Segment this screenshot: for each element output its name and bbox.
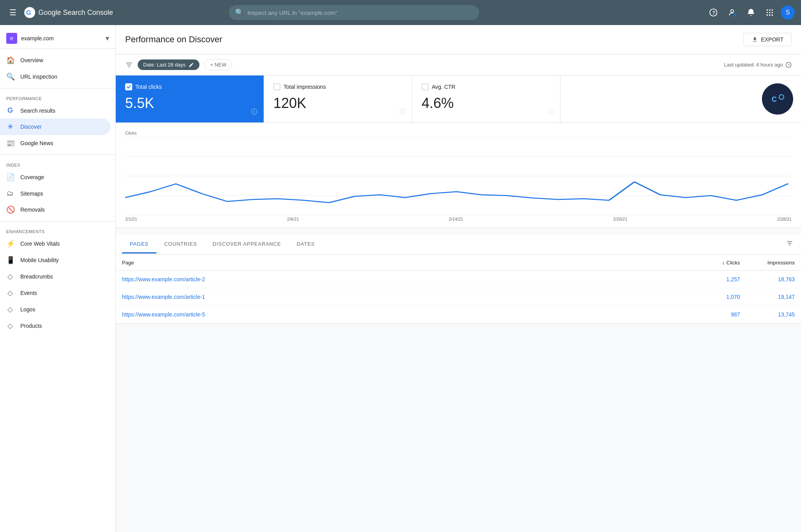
tab-pages[interactable]: PAGES <box>122 235 156 253</box>
search-bar[interactable]: 🔍 <box>229 5 479 20</box>
help-icon: ? <box>709 8 718 17</box>
svg-text:G: G <box>26 9 31 16</box>
new-filter-button[interactable]: + NEW <box>204 59 232 70</box>
sidebar-item-coverage[interactable]: 📄 Coverage <box>0 169 111 185</box>
export-button[interactable]: EXPORT <box>744 33 792 46</box>
metric-ctr-value: 4.6% <box>422 95 551 111</box>
core-web-vitals-icon: ⚡ <box>6 239 14 248</box>
col-header-impressions[interactable]: Impressions <box>740 260 795 266</box>
col-header-clicks[interactable]: ↓ Clicks <box>693 259 740 266</box>
sidebar-item-products-label: Products <box>20 323 42 329</box>
sidebar-item-discover[interactable]: ✳ Discover <box>0 119 111 135</box>
new-filter-label: + NEW <box>210 62 226 68</box>
sidebar-item-events[interactable]: ◇ Events <box>0 285 111 301</box>
search-icon: 🔍 <box>235 8 244 17</box>
hamburger-icon[interactable]: ☰ <box>6 5 20 20</box>
sidebar-item-search-results[interactable]: G Search results <box>0 102 111 119</box>
col-header-page: Page <box>122 260 693 266</box>
metric-avg-ctr[interactable]: Avg. CTR 4.6% ⓘ <box>412 75 560 122</box>
sitemaps-icon: 🗂 <box>6 189 14 198</box>
nav-icons: ? 👤 S <box>706 5 795 20</box>
metric-ctr-info-icon[interactable]: ⓘ <box>548 108 554 116</box>
notifications-button[interactable] <box>743 5 759 20</box>
logos-icon: ◇ <box>6 305 14 314</box>
date-filter-label: Date: Last 28 days <box>143 62 185 68</box>
url-inspect-input[interactable] <box>248 9 473 16</box>
chart-x-label-3: 2/20/21 <box>613 217 627 221</box>
mobile-usability-icon: 📱 <box>6 256 14 264</box>
user-avatar[interactable]: S <box>781 5 795 20</box>
metric-clicks-label: Total clicks <box>135 84 162 90</box>
chart-x-label-0: 2/1/21 <box>125 217 137 221</box>
account-management-button[interactable]: 👤 <box>724 5 740 20</box>
svg-point-8 <box>769 9 770 11</box>
main-layout: e example.com ▾ 🏠 Overview 🔍 URL inspect… <box>0 25 801 532</box>
filter-left: Date: Last 28 days + NEW <box>125 59 232 70</box>
cell-page-2[interactable]: https://www.example.com/article-5 <box>122 311 693 318</box>
sidebar-item-removals-label: Removals <box>20 207 45 213</box>
sidebar-item-products[interactable]: ◇ Products <box>0 318 111 334</box>
metric-impressions-value: 120K <box>273 95 402 111</box>
tabs-area: PAGES COUNTRIES DISCOVER APPEARANCE DATE… <box>116 234 801 324</box>
metric-impressions-checkbox[interactable] <box>273 83 280 90</box>
date-filter-button[interactable]: Date: Last 28 days <box>138 59 199 70</box>
brand-name: Google Search Console <box>38 9 113 17</box>
svg-point-14 <box>769 14 770 16</box>
metric-clicks-checkbox[interactable] <box>125 83 132 90</box>
sidebar-item-logos[interactable]: ◇ Logos <box>0 301 111 318</box>
metric-impressions-info-icon[interactable]: ⓘ <box>399 108 406 116</box>
coverage-icon: 📄 <box>6 173 14 182</box>
chatgpt-app-preview: C <box>762 83 793 115</box>
metric-total-clicks[interactable]: Total clicks 5.5K ⓘ <box>116 75 264 122</box>
export-icon <box>752 36 758 43</box>
nav-divider-1 <box>0 88 115 88</box>
bell-icon <box>747 8 755 17</box>
cell-page-1[interactable]: https://www.example.com/article-1 <box>122 294 693 300</box>
chart-svg: 500 334 166 0 <box>125 137 792 215</box>
sidebar-item-breadcrumbs[interactable]: ◇ Breadcrumbs <box>0 268 111 285</box>
products-icon: ◇ <box>6 322 14 330</box>
svg-point-13 <box>767 14 768 16</box>
discover-icon: ✳ <box>6 122 14 131</box>
metrics-area: Total clicks 5.5K ⓘ Total impressions 12… <box>116 75 801 123</box>
sidebar-item-google-news[interactable]: 📰 Google News <box>0 135 111 151</box>
tab-discover-appearance[interactable]: DISCOVER APPEARANCE <box>205 235 289 253</box>
sidebar-item-removals[interactable]: 🚫 Removals <box>0 201 111 218</box>
metric-total-impressions[interactable]: Total impressions 120K ⓘ <box>264 75 412 122</box>
sidebar-item-url-inspection[interactable]: 🔍 URL inspection <box>0 68 111 85</box>
svg-text:?: ? <box>788 63 790 66</box>
table-row: https://www.example.com/article-5 987 13… <box>116 306 801 324</box>
apps-button[interactable] <box>762 5 778 20</box>
tab-countries[interactable]: COUNTRIES <box>156 235 205 253</box>
export-button-label: EXPORT <box>761 36 783 43</box>
home-icon: 🏠 <box>6 56 14 65</box>
table-header-row: Page ↓ Clicks Impressions <box>116 255 801 271</box>
tabs-header: PAGES COUNTRIES DISCOVER APPEARANCE DATE… <box>116 234 801 255</box>
table-filter-icon[interactable] <box>785 234 795 254</box>
sidebar-item-overview[interactable]: 🏠 Overview <box>0 52 111 68</box>
last-updated-info-icon[interactable]: ? <box>785 62 792 68</box>
chart-area: Clicks 500 334 166 0 <box>116 123 801 228</box>
property-dropdown-arrow-icon: ▾ <box>106 34 109 43</box>
help-button[interactable]: ? <box>706 5 721 20</box>
search-icon: 🔍 <box>6 72 14 81</box>
sidebar-item-coverage-label: Coverage <box>20 174 44 180</box>
cell-impressions-1: 19,147 <box>740 294 795 300</box>
sidebar: e example.com ▾ 🏠 Overview 🔍 URL inspect… <box>0 25 116 532</box>
filter-icon[interactable] <box>125 61 133 69</box>
svg-point-7 <box>767 9 768 11</box>
property-selector[interactable]: e example.com ▾ <box>0 28 115 49</box>
metric-clicks-header: Total clicks <box>125 83 254 90</box>
sidebar-item-url-inspection-label: URL inspection <box>20 74 57 80</box>
tab-dates[interactable]: DATES <box>289 235 322 253</box>
cell-page-0[interactable]: https://www.example.com/article-2 <box>122 276 693 282</box>
sidebar-item-sitemaps[interactable]: 🗂 Sitemaps <box>0 185 111 201</box>
section-label-performance: Performance <box>0 92 115 102</box>
metric-clicks-info-icon[interactable]: ⓘ <box>251 108 257 116</box>
sidebar-item-core-web-vitals-label: Core Web Vitals <box>20 241 60 247</box>
sidebar-item-mobile-usability[interactable]: 📱 Mobile Usability <box>0 252 111 268</box>
sidebar-item-core-web-vitals[interactable]: ⚡ Core Web Vitals <box>0 235 111 252</box>
metric-ctr-checkbox[interactable] <box>422 83 429 90</box>
cell-clicks-1: 1,070 <box>693 294 740 300</box>
chart-container: 500 334 166 0 <box>125 137 792 215</box>
